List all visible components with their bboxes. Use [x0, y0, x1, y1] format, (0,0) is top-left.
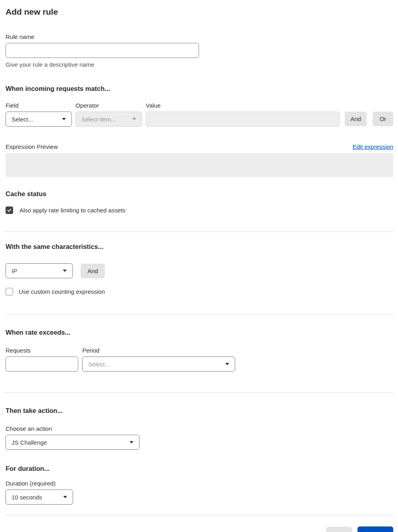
value-input: [146, 112, 340, 127]
footer-divider: [5, 515, 393, 515]
period-label: Period: [82, 347, 235, 354]
rate-section-heading: When rate exceeds...: [6, 329, 393, 336]
field-group: Field Select...: [6, 102, 72, 127]
chevron-down-icon: [132, 118, 136, 120]
cached-assets-checkbox-row: Also apply rate limiting to cached asset…: [6, 206, 393, 214]
rule-name-helper: Give your rule a descriptive name: [6, 61, 393, 68]
characteristics-section-heading: With the same characteristics...: [6, 243, 393, 251]
period-select[interactable]: Select...: [82, 357, 235, 372]
duration-select-value: 10 seconds: [12, 494, 42, 501]
characteristics-and-button[interactable]: And: [81, 264, 105, 278]
characteristic-select-value: IP: [12, 268, 17, 274]
rule-name-group: Rule name Give your rule a descriptive n…: [6, 33, 393, 68]
requests-group: Requests: [6, 347, 78, 372]
checkmark-icon: [7, 208, 12, 213]
duration-section-heading: For duration...: [6, 465, 393, 472]
action-select[interactable]: JS Challenge: [6, 435, 139, 450]
cached-assets-checkbox[interactable]: [6, 206, 13, 214]
characteristic-select[interactable]: IP: [6, 263, 73, 278]
expression-preview-box: [6, 153, 393, 177]
cached-assets-checkbox-label: Also apply rate limiting to cached asset…: [19, 207, 126, 214]
custom-counting-checkbox[interactable]: [6, 288, 13, 295]
field-label: Field: [6, 102, 72, 109]
chevron-down-icon: [62, 118, 66, 120]
chevron-down-icon: [63, 270, 67, 272]
action-select-value: JS Challenge: [12, 439, 47, 446]
page-title: Add new rule: [6, 7, 393, 17]
duration-label: Duration (required): [6, 480, 393, 487]
requests-label: Requests: [6, 347, 78, 354]
chevron-down-icon: [63, 496, 67, 498]
rule-name-input[interactable]: [6, 43, 199, 58]
add-rule-form: Add new rule Rule name Give your rule a …: [0, 0, 398, 532]
chevron-down-icon: [129, 441, 133, 443]
action-section-heading: Then take action...: [6, 407, 393, 414]
cache-section-heading: Cache status: [6, 190, 393, 198]
period-group: Period Select...: [82, 347, 235, 372]
field-select-value: Select...: [12, 116, 33, 123]
match-expression-row: Field Select... Operator Select item... …: [6, 102, 393, 127]
rate-row: Requests Period Select...: [6, 347, 393, 372]
match-section-heading: When incoming requests match...: [6, 85, 393, 93]
custom-counting-checkbox-label: Use custom counting expression: [19, 288, 105, 295]
period-select-value: Select...: [88, 361, 110, 368]
value-group: Value: [146, 102, 340, 127]
duration-select[interactable]: 10 seconds: [6, 490, 73, 505]
value-label: Value: [146, 102, 340, 109]
expression-preview-label: Expression Preview: [6, 143, 58, 150]
field-select[interactable]: Select...: [6, 112, 72, 127]
section-divider: [5, 231, 393, 232]
operator-group: Operator Select item...: [75, 102, 142, 127]
action-label: Choose an action: [6, 425, 393, 432]
expression-preview-header: Expression Preview Edit expression: [6, 143, 393, 150]
edit-expression-link[interactable]: Edit expression: [352, 143, 393, 150]
custom-counting-checkbox-row: Use custom counting expression: [6, 288, 393, 295]
operator-select-value: Select item...: [81, 116, 116, 123]
or-button[interactable]: Or: [373, 112, 393, 126]
operator-select: Select item...: [75, 112, 142, 127]
footer-actions: Back Add rule: [6, 526, 393, 532]
back-button[interactable]: Back: [326, 527, 352, 532]
section-divider: [5, 314, 393, 314]
and-button[interactable]: And: [345, 112, 367, 126]
chevron-down-icon: [225, 363, 229, 365]
rule-name-label: Rule name: [6, 33, 393, 40]
section-divider: [5, 392, 393, 393]
characteristics-row: IP And: [6, 263, 393, 278]
add-rule-button[interactable]: Add rule: [357, 526, 393, 532]
requests-input[interactable]: [6, 357, 78, 372]
operator-label: Operator: [75, 102, 142, 109]
